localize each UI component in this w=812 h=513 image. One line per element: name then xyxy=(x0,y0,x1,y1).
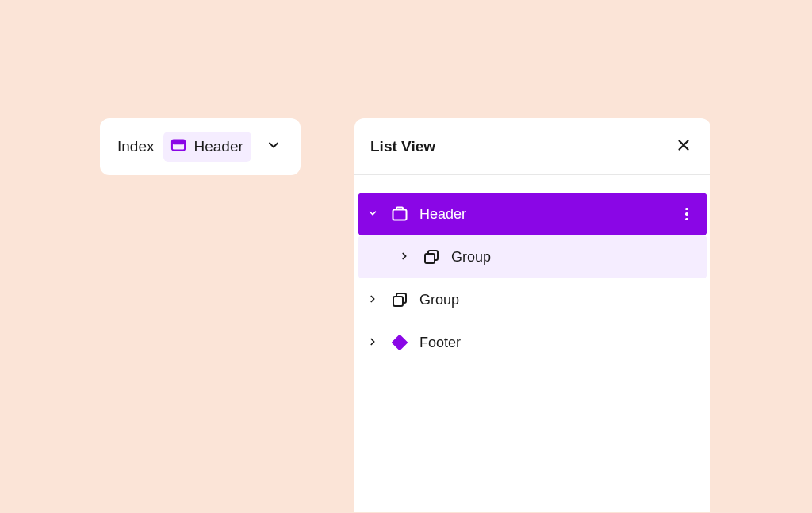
breadcrumb-current-label: Header xyxy=(193,138,243,155)
close-icon xyxy=(675,136,692,157)
list-view-panel: List View xyxy=(354,118,710,512)
block-tree: Header Group xyxy=(354,175,710,364)
chevron-right-icon xyxy=(399,249,410,266)
svg-rect-1 xyxy=(172,140,185,145)
expand-button[interactable] xyxy=(366,292,380,308)
breadcrumb-dropdown-button[interactable] xyxy=(261,137,286,156)
header-block-icon xyxy=(389,205,410,224)
breadcrumb-current[interactable]: Header xyxy=(163,132,251,162)
svg-rect-3 xyxy=(425,254,435,263)
group-block-icon xyxy=(389,290,410,309)
tree-item-label: Group xyxy=(451,249,695,266)
svg-rect-4 xyxy=(393,297,403,306)
chevron-right-icon xyxy=(367,292,378,308)
header-block-icon xyxy=(170,136,187,157)
breadcrumb-root[interactable]: Index xyxy=(117,138,154,155)
expand-button[interactable] xyxy=(397,249,412,266)
panel-title: List View xyxy=(370,138,435,155)
close-button[interactable] xyxy=(672,136,695,158)
svg-rect-2 xyxy=(393,210,407,220)
tree-item-group-child[interactable]: Group xyxy=(358,235,707,278)
chevron-down-icon xyxy=(367,206,378,223)
group-block-icon xyxy=(421,247,442,266)
tree-item-label: Group xyxy=(419,292,695,308)
expand-button[interactable] xyxy=(366,335,380,351)
chevron-down-icon xyxy=(266,137,282,156)
collapse-button[interactable] xyxy=(366,206,380,223)
template-part-icon xyxy=(389,333,410,352)
breadcrumb: Index Header xyxy=(100,118,301,175)
chevron-right-icon xyxy=(367,335,378,351)
tree-item-footer[interactable]: Footer xyxy=(358,321,707,364)
tree-item-label: Header xyxy=(419,206,669,223)
tree-item-group[interactable]: Group xyxy=(358,278,707,321)
more-options-button[interactable] xyxy=(679,208,695,221)
panel-header: List View xyxy=(354,118,710,175)
tree-item-label: Footer xyxy=(419,335,695,351)
tree-item-header[interactable]: Header xyxy=(358,193,707,235)
